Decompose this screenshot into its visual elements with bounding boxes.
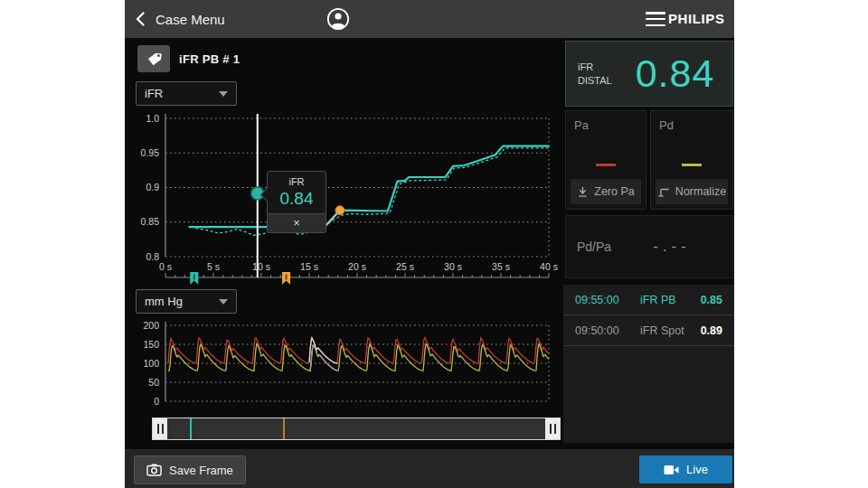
back-button[interactable]: Case Menu <box>136 0 225 38</box>
svg-text:0.85: 0.85 <box>141 216 160 227</box>
svg-text:20 s: 20 s <box>348 261 366 272</box>
video-camera-icon <box>664 465 679 475</box>
ifr-trend-chart: 1.00.950.90.850.80 s5 s10 s15 s20 s25 s3… <box>141 113 558 273</box>
timeline-scrubber[interactable] <box>152 418 561 440</box>
svg-text:10 s: 10 s <box>252 261 270 272</box>
back-chevron-icon <box>136 12 145 26</box>
history-time: 09:50:00 <box>563 324 640 337</box>
save-frame-button[interactable]: Save Frame <box>134 455 246 484</box>
svg-text:1.0: 1.0 <box>146 113 159 124</box>
highlighted-beat-pd <box>309 345 337 371</box>
zero-pa-button[interactable]: Zero Pa <box>571 179 641 204</box>
timeline-ruler <box>165 272 549 285</box>
pdpa-value: -.-- <box>611 238 732 256</box>
svg-text:0: 0 <box>154 396 159 407</box>
pressure-chart: 200150100500 <box>143 320 549 407</box>
history-row[interactable]: 09:50:00 iFR Spot 0.89 <box>563 315 734 346</box>
ifr-distal-label: iFR DISTAL <box>566 61 623 88</box>
pdpa-label: Pd/Pa <box>566 239 611 254</box>
pa-trace-swatch <box>596 164 616 166</box>
history-name: iFR Spot <box>640 324 701 337</box>
history-row[interactable]: 09:55:00 iFR PB 0.85 <box>563 285 734 315</box>
camera-icon <box>146 464 162 476</box>
screen: Case Menu PHILIPS iFR PB # 1 iFR mm Hg <box>0 0 868 488</box>
pa-panel: Pa Zero Pa <box>565 110 646 210</box>
bookmark-marker-0[interactable] <box>190 272 198 285</box>
scrubber-teal-marker <box>190 418 192 439</box>
history-value: 0.89 <box>701 324 734 337</box>
measurement-history-list: 09:55:00 iFR PB 0.85 09:50:00 iFR Spot 0… <box>563 285 734 443</box>
history-name: iFR PB <box>640 294 701 306</box>
pd-trace-swatch <box>682 164 702 166</box>
bookmark-tag-button[interactable] <box>137 45 170 72</box>
chevron-down-icon <box>219 91 228 97</box>
svg-text:0 s: 0 s <box>159 261 172 272</box>
metric-dropdown[interactable]: iFR <box>136 81 237 106</box>
tooltip-label: iFR <box>268 172 326 187</box>
svg-text:0.8: 0.8 <box>146 251 159 262</box>
history-time: 09:55:00 <box>563 294 640 306</box>
scrubber-orange-marker <box>283 418 285 439</box>
unit-dropdown[interactable]: mm Hg <box>136 289 237 314</box>
chevron-down-icon <box>219 299 228 305</box>
tag-icon <box>146 52 163 67</box>
unit-dropdown-value: mm Hg <box>145 295 183 308</box>
pd-panel: Pd Normalize <box>650 110 733 210</box>
ifr-distal-panel: iFR DISTAL 0.84 <box>565 41 733 107</box>
scrubber-track[interactable] <box>167 418 545 439</box>
normalize-label: Normalize <box>675 185 726 198</box>
pd-label: Pd <box>659 118 674 132</box>
ifr-trend-line <box>190 146 550 228</box>
metric-dropdown-value: iFR <box>145 87 163 100</box>
pa-label: Pa <box>574 118 589 132</box>
tooltip-value: 0.84 <box>268 187 326 213</box>
svg-text:25 s: 25 s <box>396 261 414 272</box>
zero-arrow-icon <box>577 186 589 198</box>
svg-text:150: 150 <box>143 339 159 350</box>
normalize-icon <box>657 186 670 198</box>
svg-text:100: 100 <box>143 358 159 369</box>
normalize-button[interactable]: Normalize <box>656 179 728 204</box>
svg-text:200: 200 <box>143 320 159 331</box>
app-window: Case Menu PHILIPS iFR PB # 1 iFR mm Hg <box>125 0 734 488</box>
menu-icon[interactable] <box>646 12 665 26</box>
live-button[interactable]: Live <box>639 455 732 483</box>
user-avatar-icon[interactable] <box>326 7 350 31</box>
bookmark-marker-1[interactable] <box>282 272 290 285</box>
svg-text:0.9: 0.9 <box>146 182 159 192</box>
svg-text:0.95: 0.95 <box>141 147 160 158</box>
svg-text:5 s: 5 s <box>207 261 220 272</box>
bottom-bar: Save Frame Live <box>125 449 734 488</box>
scrubber-right-handle[interactable] <box>545 418 560 439</box>
top-bar: Case Menu PHILIPS <box>125 0 734 38</box>
ifr-live-line <box>196 148 549 235</box>
pd-waveform <box>168 343 549 371</box>
history-value: 0.85 <box>701 294 734 306</box>
scrubber-left-handle[interactable] <box>153 418 167 439</box>
tooltip-close-button[interactable]: × <box>268 213 326 232</box>
highlighted-beat-pa <box>309 338 337 363</box>
pdpa-panel: Pd/Pa -.-- <box>565 215 733 278</box>
svg-text:40 s: 40 s <box>540 261 558 272</box>
zero-pa-label: Zero Pa <box>594 185 634 198</box>
ifr-cursor-tooltip: iFR 0.84 × <box>267 171 326 233</box>
philips-logo: PHILIPS <box>668 11 725 26</box>
svg-text:35 s: 35 s <box>492 261 510 272</box>
pa-waveform <box>168 338 549 364</box>
live-label: Live <box>686 463 708 476</box>
svg-text:15 s: 15 s <box>300 261 318 272</box>
svg-text:50: 50 <box>148 377 159 388</box>
pullback-event-dot[interactable] <box>335 206 344 215</box>
svg-text:30 s: 30 s <box>444 261 462 272</box>
save-frame-label: Save Frame <box>169 464 233 477</box>
ifr-distal-value: 0.84 <box>623 52 732 96</box>
measurement-title: iFR PB # 1 <box>179 52 240 66</box>
back-label: Case Menu <box>156 12 225 27</box>
